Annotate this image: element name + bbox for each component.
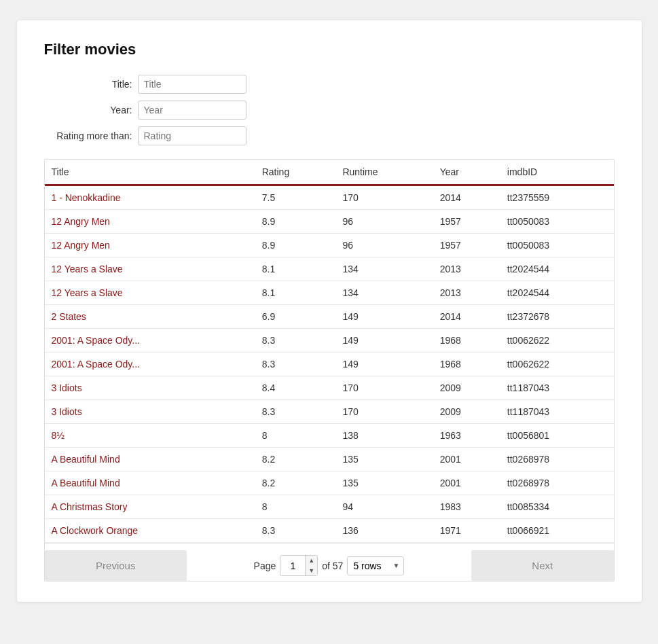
cell-rating: 8.3: [257, 519, 337, 543]
cell-runtime: 149: [337, 329, 434, 353]
cell-title: 2 States: [45, 305, 257, 329]
table-row: 12 Angry Men 8.9 96 1957 tt0050083: [45, 234, 614, 257]
table-row: 2 States 6.9 149 2014 tt2372678: [45, 305, 614, 329]
cell-title: 2001: A Space Ody...: [45, 329, 257, 353]
table-row: A Christmas Story 8 94 1983 tt0085334: [45, 495, 614, 519]
cell-title: A Beautiful Mind: [45, 448, 257, 471]
cell-year: 1957: [435, 210, 502, 234]
cell-title: 2001: A Space Ody...: [45, 353, 257, 376]
table-header-row: Title Rating Runtime Year imdbID: [45, 160, 614, 185]
page-title: Filter movies: [44, 41, 615, 58]
pagination-center: Page ▲ ▼ of 57 5 rows 10 rows 25 rows 50…: [187, 555, 471, 576]
cell-imdbid: tt1187043: [502, 400, 614, 424]
table-row: 3 Idiots 8.4 170 2009 tt1187043: [45, 376, 614, 400]
cell-imdbid: tt0050083: [502, 210, 614, 234]
page-number-input[interactable]: [280, 558, 305, 574]
cell-title: 3 Idiots: [45, 376, 257, 400]
cell-year: 1971: [435, 519, 502, 543]
cell-rating: 8.2: [257, 471, 337, 495]
cell-title: 12 Years a Slave: [45, 257, 257, 281]
cell-rating: 8.3: [257, 353, 337, 376]
table-row: 2001: A Space Ody... 8.3 149 1968 tt0062…: [45, 329, 614, 353]
rating-filter-row: Rating more than:: [44, 126, 615, 145]
table-row: A Beautiful Mind 8.2 135 2001 tt0268978: [45, 448, 614, 471]
previous-button[interactable]: Previous: [45, 550, 187, 581]
title-label: Title:: [44, 79, 132, 90]
pagination: Previous Page ▲ ▼ of 57 5 rows 10 rows 2…: [45, 543, 614, 581]
cell-year: 1957: [435, 234, 502, 257]
cell-imdbid: tt2375559: [502, 185, 614, 210]
rows-select-wrapper: 5 rows 10 rows 25 rows 50 rows ▼: [347, 556, 404, 575]
table-row: 1 - Nenokkadine 7.5 170 2014 tt2375559: [45, 185, 614, 210]
page-down-arrow[interactable]: ▼: [306, 566, 317, 576]
filters-section: Title: Year: Rating more than:: [44, 75, 615, 145]
title-input[interactable]: [138, 75, 246, 94]
cell-year: 1968: [435, 353, 502, 376]
cell-runtime: 149: [337, 353, 434, 376]
cell-imdbid: tt2372678: [502, 305, 614, 329]
cell-year: 2001: [435, 471, 502, 495]
cell-imdbid: tt0050083: [502, 234, 614, 257]
cell-rating: 8.9: [257, 210, 337, 234]
cell-title: 12 Angry Men: [45, 234, 257, 257]
cell-rating: 7.5: [257, 185, 337, 210]
cell-runtime: 134: [337, 281, 434, 305]
page-up-arrow[interactable]: ▲: [306, 556, 317, 566]
cell-runtime: 149: [337, 305, 434, 329]
cell-rating: 8.1: [257, 281, 337, 305]
cell-rating: 8.3: [257, 329, 337, 353]
cell-year: 2014: [435, 305, 502, 329]
cell-runtime: 138: [337, 424, 434, 448]
col-imdbid: imdbID: [502, 160, 614, 185]
cell-imdbid: tt0062622: [502, 329, 614, 353]
cell-rating: 8.2: [257, 448, 337, 471]
col-year: Year: [435, 160, 502, 185]
cell-title: 12 Angry Men: [45, 210, 257, 234]
cell-year: 1963: [435, 424, 502, 448]
cell-year: 2009: [435, 400, 502, 424]
table-row: 8½ 8 138 1963 tt0056801: [45, 424, 614, 448]
cell-imdbid: tt0066921: [502, 519, 614, 543]
cell-title: A Beautiful Mind: [45, 471, 257, 495]
cell-runtime: 134: [337, 257, 434, 281]
cell-title: 1 - Nenokkadine: [45, 185, 257, 210]
table-row: A Beautiful Mind 8.2 135 2001 tt0268978: [45, 471, 614, 495]
col-title: Title: [45, 160, 257, 185]
cell-year: 1983: [435, 495, 502, 519]
cell-runtime: 94: [337, 495, 434, 519]
table-row: A Clockwork Orange 8.3 136 1971 tt006692…: [45, 519, 614, 543]
cell-year: 2013: [435, 281, 502, 305]
year-filter-row: Year:: [44, 101, 615, 120]
cell-year: 1968: [435, 329, 502, 353]
page-arrows: ▲ ▼: [305, 556, 317, 575]
cell-rating: 8: [257, 495, 337, 519]
cell-rating: 8: [257, 424, 337, 448]
rating-input[interactable]: [138, 126, 246, 145]
cell-year: 2001: [435, 448, 502, 471]
cell-imdbid: tt1187043: [502, 376, 614, 400]
next-button[interactable]: Next: [471, 550, 614, 581]
cell-title: A Christmas Story: [45, 495, 257, 519]
rating-label: Rating more than:: [44, 130, 132, 141]
title-filter-row: Title:: [44, 75, 615, 94]
cell-imdbid: tt0268978: [502, 471, 614, 495]
cell-imdbid: tt2024544: [502, 281, 614, 305]
cell-rating: 8.4: [257, 376, 337, 400]
table-row: 2001: A Space Ody... 8.3 149 1968 tt0062…: [45, 353, 614, 376]
of-label: of 57: [322, 560, 343, 571]
cell-rating: 8.9: [257, 234, 337, 257]
cell-rating: 8.3: [257, 400, 337, 424]
cell-runtime: 170: [337, 185, 434, 210]
cell-imdbid: tt0085334: [502, 495, 614, 519]
rows-per-page-select[interactable]: 5 rows 10 rows 25 rows 50 rows: [348, 557, 403, 575]
year-input[interactable]: [138, 101, 246, 120]
cell-title: 8½: [45, 424, 257, 448]
cell-imdbid: tt2024544: [502, 257, 614, 281]
cell-runtime: 170: [337, 376, 434, 400]
cell-runtime: 135: [337, 448, 434, 471]
col-rating: Rating: [257, 160, 337, 185]
table-row: 12 Years a Slave 8.1 134 2013 tt2024544: [45, 281, 614, 305]
cell-runtime: 170: [337, 400, 434, 424]
cell-rating: 6.9: [257, 305, 337, 329]
cell-rating: 8.1: [257, 257, 337, 281]
